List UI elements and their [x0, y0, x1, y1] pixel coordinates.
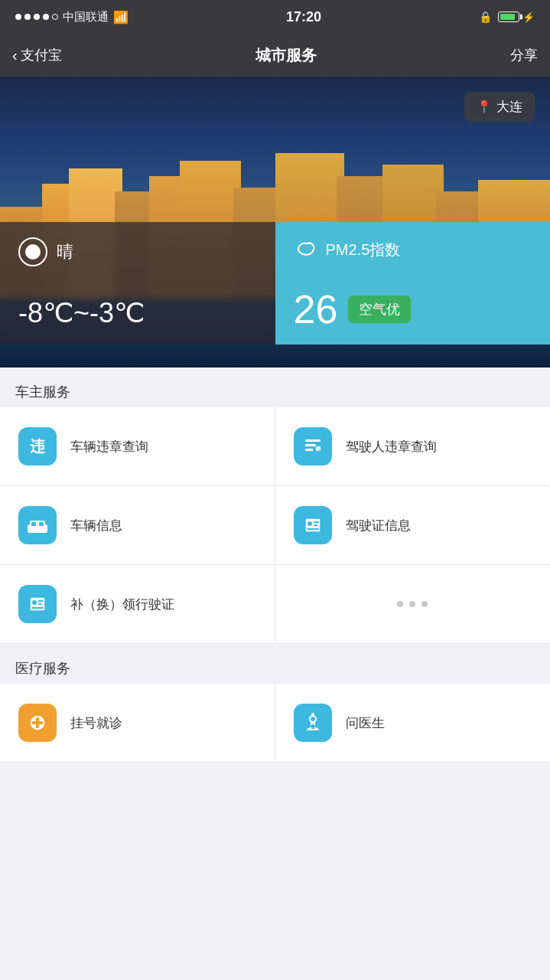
svg-rect-16	[314, 524, 317, 526]
car-services-section-header: 车主服务	[0, 368, 550, 407]
location-pin-icon: 📍	[477, 100, 492, 114]
register-icon	[18, 704, 57, 742]
list-item[interactable]: 问医生	[275, 684, 551, 763]
vehicle-info-icon	[18, 506, 57, 544]
svg-rect-31	[312, 713, 314, 716]
status-right: 🔒 ⚡	[479, 11, 535, 23]
weather-condition-label: 晴	[57, 240, 73, 263]
hero-banner: 📍 大连 晴 -8℃~-3℃ PM2.5指数 26	[0, 77, 550, 368]
dot-2	[409, 601, 415, 607]
medical-services-grid: 挂号就诊 问医生	[0, 684, 550, 763]
back-label: 支付宝	[21, 46, 62, 64]
svg-rect-20	[38, 600, 44, 602]
vehicle-violation-label: 车辆违章查询	[70, 438, 148, 456]
medical-services-title: 医疗服务	[15, 661, 70, 676]
svg-rect-15	[314, 521, 319, 523]
weather-panel: 晴 -8℃~-3℃	[0, 222, 275, 345]
weather-condition: 晴	[18, 237, 257, 266]
lock-icon: 🔒	[479, 11, 492, 23]
pm-value-row: 26 空气优	[294, 289, 532, 329]
dots-placeholder	[294, 585, 532, 623]
charge-icon: ⚡	[522, 11, 535, 23]
svg-rect-13	[305, 518, 321, 532]
svg-rect-29	[311, 724, 314, 729]
svg-rect-11	[31, 522, 36, 526]
dot-1	[397, 601, 403, 607]
share-button[interactable]: 分享	[510, 46, 538, 64]
list-item[interactable]: 违 车辆违章查询	[0, 407, 275, 486]
driver-violation-icon: -3	[294, 427, 332, 466]
list-item[interactable]: -3 驾驶人违章查询	[275, 407, 551, 486]
battery-icon	[498, 11, 519, 22]
ask-doctor-label: 问医生	[346, 714, 385, 732]
pm-value: 26	[294, 289, 338, 329]
pm-quality-badge: 空气优	[348, 296, 411, 323]
status-time: 17:20	[286, 9, 321, 25]
driver-violation-label: 驾驶人违章查询	[346, 438, 437, 456]
license-info-label: 驾驶证信息	[346, 517, 411, 534]
battery-fill	[500, 14, 515, 20]
location-badge[interactable]: 📍 大连	[464, 92, 535, 122]
back-chevron-icon: ‹	[12, 47, 18, 64]
nav-bar: ‹ 支付宝 城市服务 分享	[0, 34, 550, 77]
list-item[interactable]: 补（换）领行驶证	[0, 565, 275, 644]
svg-rect-10	[43, 530, 47, 533]
vehicle-info-label: 车辆信息	[70, 517, 122, 534]
replace-license-icon	[18, 585, 57, 623]
svg-rect-3	[305, 444, 316, 446]
weather-panels: 晴 -8℃~-3℃ PM2.5指数 26 空气优	[0, 222, 550, 345]
svg-rect-9	[28, 530, 32, 533]
more-services-placeholder	[275, 565, 551, 644]
car-services-title: 车主服务	[15, 384, 70, 400]
back-button[interactable]: ‹ 支付宝	[12, 46, 62, 64]
status-bar: 中国联通 📶 17:20 🔒 ⚡	[0, 0, 550, 34]
car-services-grid: 违 车辆违章查询 -3 驾驶人违章查询 车	[0, 407, 550, 644]
medical-services-section-header: 医疗服务	[0, 644, 550, 684]
svg-rect-22	[31, 607, 44, 609]
svg-point-14	[308, 521, 312, 526]
list-item[interactable]: 车辆信息	[0, 486, 275, 565]
dot-3	[421, 601, 428, 607]
signal-dots	[15, 14, 58, 20]
pm-panel: PM2.5指数 26 空气优	[275, 222, 551, 345]
svg-rect-2	[305, 439, 321, 442]
weather-temperature: -8℃~-3℃	[18, 297, 257, 329]
list-item[interactable]: 驾驶证信息	[275, 486, 551, 565]
ask-doctor-icon	[294, 704, 332, 742]
svg-rect-4	[305, 449, 313, 451]
sun-icon	[18, 237, 47, 266]
page-title: 城市服务	[255, 45, 317, 66]
svg-text:-3: -3	[316, 448, 321, 452]
battery-container: ⚡	[498, 11, 535, 23]
wifi-icon: 📶	[113, 10, 129, 24]
svg-rect-17	[307, 528, 319, 530]
svg-rect-21	[38, 603, 42, 605]
replace-license-label: 补（换）领行驶证	[70, 596, 174, 613]
svg-point-19	[32, 600, 37, 605]
svg-point-28	[311, 717, 315, 721]
svg-rect-25	[32, 721, 43, 724]
pm-icon	[294, 237, 318, 262]
carrier-label: 中国联通	[63, 10, 109, 24]
register-label: 挂号就诊	[70, 714, 122, 732]
pm-label: PM2.5指数	[326, 240, 401, 260]
list-item[interactable]: 挂号就诊	[0, 684, 275, 763]
svg-rect-18	[30, 597, 45, 611]
vehicle-violation-icon: 违	[18, 427, 57, 466]
svg-rect-12	[39, 522, 44, 526]
license-info-icon	[294, 506, 332, 544]
status-left: 中国联通 📶	[15, 10, 129, 24]
location-name: 大连	[496, 98, 522, 116]
pm-header: PM2.5指数	[294, 237, 532, 262]
